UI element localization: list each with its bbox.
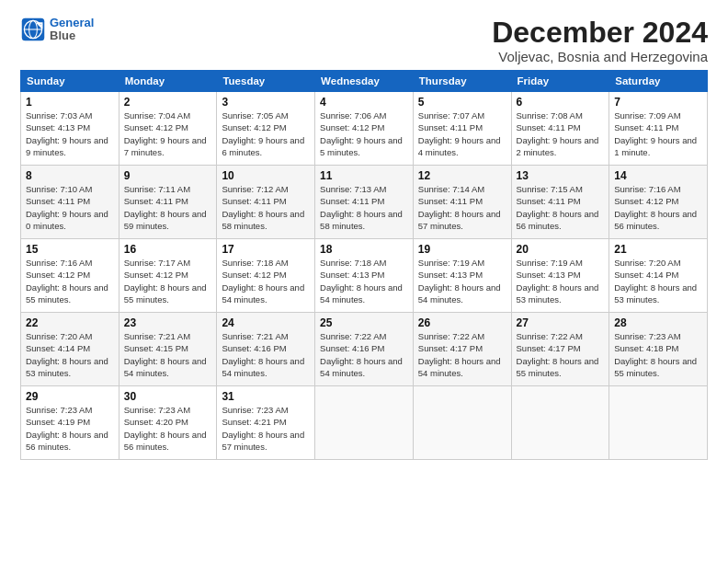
- day-cell: 30 Sunrise: 7:23 AMSunset: 4:20 PMDaylig…: [119, 386, 217, 460]
- day-cell: 22 Sunrise: 7:20 AMSunset: 4:14 PMDaylig…: [21, 313, 119, 386]
- logo-text: General Blue: [50, 17, 94, 43]
- day-cell: 3 Sunrise: 7:05 AMSunset: 4:12 PMDayligh…: [217, 92, 315, 166]
- day-detail: Sunrise: 7:09 AMSunset: 4:11 PMDaylight:…: [614, 110, 697, 157]
- day-number: 21: [614, 243, 702, 256]
- day-number: 12: [418, 169, 506, 182]
- day-cell: 14 Sunrise: 7:16 AMSunset: 4:12 PMDaylig…: [609, 166, 708, 239]
- header: General Blue December 2024 Voljevac, Bos…: [20, 17, 708, 64]
- day-detail: Sunrise: 7:13 AMSunset: 4:11 PMDaylight:…: [320, 184, 403, 231]
- day-number: 5: [418, 96, 506, 109]
- day-cell: [413, 386, 511, 460]
- day-detail: Sunrise: 7:19 AMSunset: 4:13 PMDaylight:…: [517, 258, 599, 304]
- day-number: 17: [222, 243, 310, 256]
- day-detail: Sunrise: 7:23 AMSunset: 4:20 PMDaylight:…: [124, 405, 207, 452]
- weekday-header-sunday: Sunday: [21, 71, 119, 92]
- day-detail: Sunrise: 7:06 AMSunset: 4:12 PMDaylight:…: [320, 110, 403, 157]
- day-detail: Sunrise: 7:12 AMSunset: 4:11 PMDaylight:…: [222, 184, 304, 231]
- day-number: 8: [26, 169, 114, 182]
- weekday-header-tuesday: Tuesday: [217, 71, 315, 92]
- day-number: 14: [614, 169, 702, 182]
- week-row-4: 22 Sunrise: 7:20 AMSunset: 4:14 PMDaylig…: [21, 313, 708, 386]
- day-cell: 13 Sunrise: 7:15 AMSunset: 4:11 PMDaylig…: [511, 166, 609, 239]
- day-cell: 31 Sunrise: 7:23 AMSunset: 4:21 PMDaylig…: [217, 386, 315, 460]
- page: General Blue December 2024 Voljevac, Bos…: [0, 0, 728, 563]
- day-detail: Sunrise: 7:21 AMSunset: 4:16 PMDaylight:…: [222, 331, 304, 378]
- title-block: December 2024 Voljevac, Bosnia and Herze…: [492, 17, 708, 64]
- day-number: 22: [26, 316, 114, 329]
- week-row-2: 8 Sunrise: 7:10 AMSunset: 4:11 PMDayligh…: [21, 166, 708, 239]
- day-number: 13: [517, 169, 605, 182]
- day-cell: 17 Sunrise: 7:18 AMSunset: 4:12 PMDaylig…: [217, 239, 315, 313]
- day-number: 4: [320, 96, 408, 109]
- day-cell: 11 Sunrise: 7:13 AMSunset: 4:11 PMDaylig…: [315, 166, 414, 239]
- day-cell: 19 Sunrise: 7:19 AMSunset: 4:13 PMDaylig…: [413, 239, 511, 313]
- day-cell: 20 Sunrise: 7:19 AMSunset: 4:13 PMDaylig…: [511, 239, 609, 313]
- day-cell: 8 Sunrise: 7:10 AMSunset: 4:11 PMDayligh…: [21, 166, 119, 239]
- week-row-1: 1 Sunrise: 7:03 AMSunset: 4:13 PMDayligh…: [21, 92, 708, 166]
- day-number: 15: [26, 243, 114, 256]
- day-cell: 10 Sunrise: 7:12 AMSunset: 4:11 PMDaylig…: [217, 166, 315, 239]
- week-row-3: 15 Sunrise: 7:16 AMSunset: 4:12 PMDaylig…: [21, 239, 708, 313]
- day-number: 24: [222, 316, 310, 329]
- day-detail: Sunrise: 7:16 AMSunset: 4:12 PMDaylight:…: [26, 258, 108, 304]
- day-number: 29: [26, 390, 114, 403]
- day-detail: Sunrise: 7:14 AMSunset: 4:11 PMDaylight:…: [418, 184, 501, 231]
- day-number: 10: [222, 169, 310, 182]
- day-number: 31: [222, 390, 310, 403]
- day-detail: Sunrise: 7:08 AMSunset: 4:11 PMDaylight:…: [517, 110, 599, 157]
- day-cell: [609, 386, 708, 460]
- day-number: 30: [124, 390, 212, 403]
- day-cell: 16 Sunrise: 7:17 AMSunset: 4:12 PMDaylig…: [119, 239, 217, 313]
- day-detail: Sunrise: 7:22 AMSunset: 4:17 PMDaylight:…: [517, 331, 599, 378]
- day-number: 11: [320, 169, 408, 182]
- weekday-header-monday: Monday: [119, 71, 217, 92]
- day-number: 3: [222, 96, 310, 109]
- day-detail: Sunrise: 7:18 AMSunset: 4:13 PMDaylight:…: [320, 258, 403, 304]
- week-row-5: 29 Sunrise: 7:23 AMSunset: 4:19 PMDaylig…: [21, 386, 708, 460]
- day-detail: Sunrise: 7:20 AMSunset: 4:14 PMDaylight:…: [26, 331, 108, 378]
- day-cell: 28 Sunrise: 7:23 AMSunset: 4:18 PMDaylig…: [609, 313, 708, 386]
- day-cell: 29 Sunrise: 7:23 AMSunset: 4:19 PMDaylig…: [21, 386, 119, 460]
- day-cell: 7 Sunrise: 7:09 AMSunset: 4:11 PMDayligh…: [609, 92, 708, 166]
- day-detail: Sunrise: 7:04 AMSunset: 4:12 PMDaylight:…: [124, 110, 207, 157]
- day-number: 18: [320, 243, 408, 256]
- day-number: 19: [418, 243, 506, 256]
- day-detail: Sunrise: 7:10 AMSunset: 4:11 PMDaylight:…: [26, 184, 108, 231]
- day-cell: 24 Sunrise: 7:21 AMSunset: 4:16 PMDaylig…: [217, 313, 315, 386]
- day-detail: Sunrise: 7:23 AMSunset: 4:18 PMDaylight:…: [614, 331, 697, 378]
- day-number: 20: [517, 243, 605, 256]
- day-cell: 6 Sunrise: 7:08 AMSunset: 4:11 PMDayligh…: [511, 92, 609, 166]
- day-detail: Sunrise: 7:21 AMSunset: 4:15 PMDaylight:…: [124, 331, 207, 378]
- weekday-header-row: SundayMondayTuesdayWednesdayThursdayFrid…: [21, 71, 708, 92]
- calendar-table: SundayMondayTuesdayWednesdayThursdayFrid…: [20, 70, 708, 460]
- day-cell: [315, 386, 414, 460]
- day-detail: Sunrise: 7:23 AMSunset: 4:21 PMDaylight:…: [222, 405, 304, 452]
- day-number: 6: [517, 96, 605, 109]
- day-cell: 27 Sunrise: 7:22 AMSunset: 4:17 PMDaylig…: [511, 313, 609, 386]
- day-cell: 4 Sunrise: 7:06 AMSunset: 4:12 PMDayligh…: [315, 92, 414, 166]
- day-cell: 1 Sunrise: 7:03 AMSunset: 4:13 PMDayligh…: [21, 92, 119, 166]
- day-number: 2: [124, 96, 212, 109]
- day-cell: 26 Sunrise: 7:22 AMSunset: 4:17 PMDaylig…: [413, 313, 511, 386]
- day-detail: Sunrise: 7:03 AMSunset: 4:13 PMDaylight:…: [26, 110, 108, 157]
- calendar-body: 1 Sunrise: 7:03 AMSunset: 4:13 PMDayligh…: [21, 92, 708, 460]
- day-detail: Sunrise: 7:20 AMSunset: 4:14 PMDaylight:…: [614, 258, 697, 304]
- day-number: 27: [517, 316, 605, 329]
- day-cell: 18 Sunrise: 7:18 AMSunset: 4:13 PMDaylig…: [315, 239, 414, 313]
- day-cell: 21 Sunrise: 7:20 AMSunset: 4:14 PMDaylig…: [609, 239, 708, 313]
- day-number: 7: [614, 96, 702, 109]
- day-number: 28: [614, 316, 702, 329]
- day-detail: Sunrise: 7:22 AMSunset: 4:16 PMDaylight:…: [320, 331, 403, 378]
- main-title: December 2024: [492, 17, 708, 49]
- day-number: 16: [124, 243, 212, 256]
- day-detail: Sunrise: 7:05 AMSunset: 4:12 PMDaylight:…: [222, 110, 304, 157]
- weekday-header-saturday: Saturday: [609, 71, 708, 92]
- day-detail: Sunrise: 7:15 AMSunset: 4:11 PMDaylight:…: [517, 184, 599, 231]
- weekday-header-friday: Friday: [511, 71, 609, 92]
- day-cell: [511, 386, 609, 460]
- logo-icon: [20, 17, 46, 42]
- day-cell: 2 Sunrise: 7:04 AMSunset: 4:12 PMDayligh…: [119, 92, 217, 166]
- day-detail: Sunrise: 7:17 AMSunset: 4:12 PMDaylight:…: [124, 258, 207, 304]
- logo: General Blue: [20, 17, 94, 43]
- weekday-header-thursday: Thursday: [413, 71, 511, 92]
